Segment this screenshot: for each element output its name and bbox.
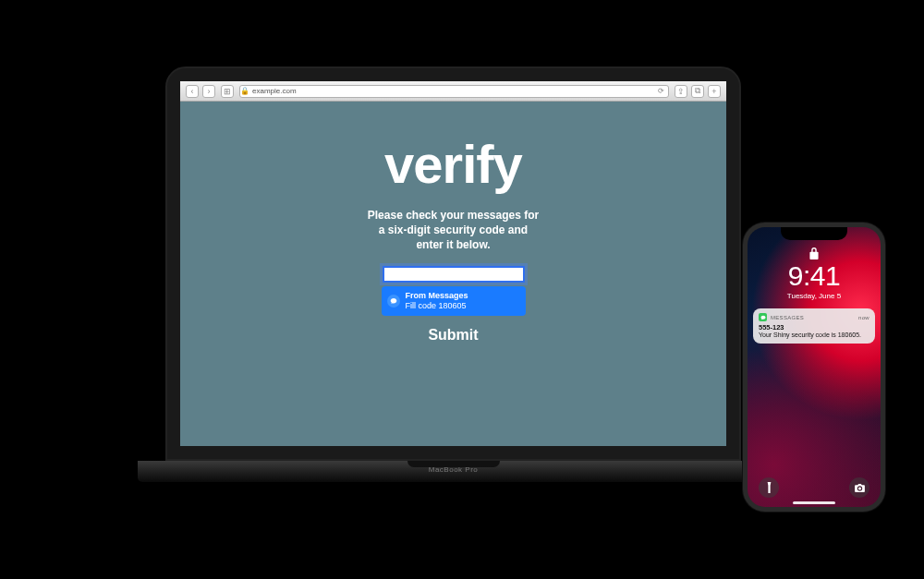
page-title: verify <box>384 133 522 195</box>
autofill-source: From Messages <box>406 291 468 301</box>
page-subtitle: Please check your messages for a six-dig… <box>368 208 539 253</box>
messages-icon <box>387 295 400 308</box>
phone-lockscreen: 9:41 Tuesday, June 5 MESSAGES now 555-12… <box>748 227 881 507</box>
reload-icon[interactable]: ⟳ <box>658 87 664 95</box>
sidebar-button[interactable]: ⊞ <box>221 85 234 98</box>
subtitle-line: a six-digit security code and <box>368 223 539 237</box>
autofill-suggestion[interactable]: From Messages Fill code 180605 <box>382 286 526 317</box>
newtab-button[interactable]: + <box>708 85 721 98</box>
forward-button[interactable]: › <box>202 85 215 98</box>
autofill-action: Fill code 180605 <box>406 301 468 311</box>
verify-page: verify Please check your messages for a … <box>180 102 726 446</box>
lockscreen-date: Tuesday, June 5 <box>748 292 881 300</box>
notification-app-name: MESSAGES <box>771 315 804 320</box>
safari-toolbar: ‹ › ⊞ 🔒 example.com ⟳ ⇪ ⧉ + <box>180 81 726 102</box>
lock-icon: 🔒 <box>240 87 249 95</box>
code-input[interactable] <box>383 266 525 283</box>
notification-card[interactable]: MESSAGES now 555-123 Your Shiny security… <box>753 308 875 344</box>
laptop-screen: ‹ › ⊞ 🔒 example.com ⟳ ⇪ ⧉ + verify <box>180 81 726 446</box>
url-host: example.com <box>252 87 297 95</box>
laptop-lid: ‹ › ⊞ 🔒 example.com ⟳ ⇪ ⧉ + verify <box>165 66 741 461</box>
tabs-button[interactable]: ⧉ <box>691 85 704 98</box>
phone-notch <box>781 227 847 240</box>
submit-button[interactable]: Submit <box>428 327 478 344</box>
share-button[interactable]: ⇪ <box>675 85 687 98</box>
flashlight-button[interactable] <box>759 477 779 498</box>
notification-title: 555-123 <box>759 323 869 332</box>
iphone-device: 9:41 Tuesday, June 5 MESSAGES now 555-12… <box>743 223 885 512</box>
subtitle-line: Please check your messages for <box>368 208 539 223</box>
laptop-brand-label: MacBook Pro <box>138 465 769 474</box>
laptop-base: MacBook Pro <box>138 461 769 482</box>
lockscreen-time: 9:41 <box>748 260 881 292</box>
notification-time: now <box>858 315 869 320</box>
camera-button[interactable] <box>849 477 869 498</box>
notification-body: Your Shiny security code is 180605. <box>759 332 869 339</box>
subtitle-line: enter it below. <box>368 237 539 252</box>
back-button[interactable]: ‹ <box>186 85 199 98</box>
address-bar[interactable]: 🔒 example.com ⟳ <box>239 85 669 98</box>
macbook-device: ‹ › ⊞ 🔒 example.com ⟳ ⇪ ⧉ + verify <box>138 66 769 531</box>
home-indicator[interactable] <box>793 501 835 504</box>
lock-icon <box>809 247 820 259</box>
messages-app-icon <box>759 313 767 321</box>
